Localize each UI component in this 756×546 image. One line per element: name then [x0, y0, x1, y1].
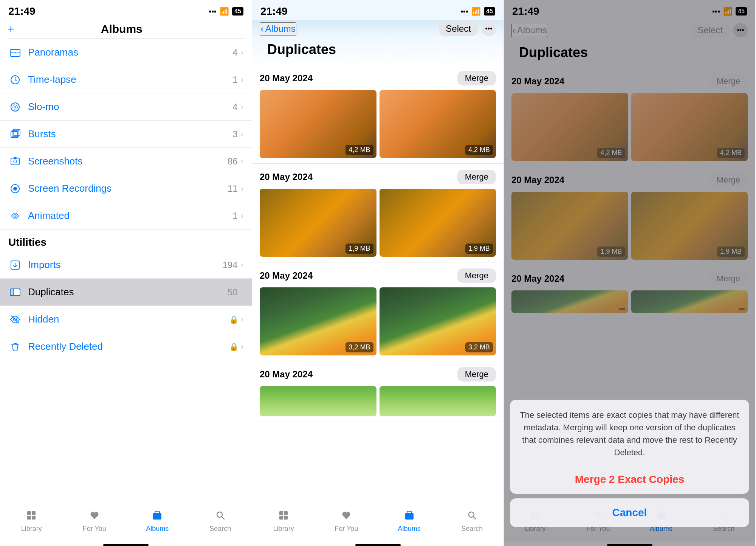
cancel-button[interactable]: Cancel	[510, 498, 749, 527]
screen-recordings-chevron: ›	[241, 184, 243, 194]
tab-library-1[interactable]: Library	[12, 510, 50, 533]
merge-button-3[interactable]: Merge	[457, 268, 496, 283]
duplicates-icon	[8, 287, 22, 298]
bursts-count: 3	[232, 129, 237, 140]
bursts-chevron: ›	[241, 129, 243, 139]
dup-date-1: 20 May 2024	[260, 73, 313, 84]
dup-photo-2a[interactable]: 1,9 MB	[260, 189, 376, 257]
merge-button-2[interactable]: Merge	[457, 170, 496, 184]
action-sheet: The selected items are exact copies that…	[504, 400, 755, 546]
hidden-lock-icon: 🔒	[229, 315, 239, 324]
signal-icon-2: ▪▪▪	[460, 7, 468, 16]
albums-icon-2	[404, 510, 415, 523]
dup-group-2: 20 May 2024 Merge 1,9 MB 1,9 MB	[252, 164, 503, 262]
dup-photos-1: 4,2 MB 4,2 MB	[260, 90, 496, 158]
status-bar-1: 21:49 ▪▪▪ 📶 45	[0, 0, 252, 20]
utilities-header: Utilities	[0, 230, 252, 251]
sidebar-item-imports[interactable]: Imports 194 ›	[0, 251, 252, 279]
albums-icon-1	[152, 510, 163, 523]
dup-photo-3b[interactable]: 3,2 MB	[380, 287, 496, 355]
library-icon-2	[278, 510, 289, 523]
imports-icon	[8, 259, 22, 271]
dup-photo-4a[interactable]	[260, 386, 376, 416]
timelapse-chevron: ›	[241, 75, 243, 85]
screenshots-icon	[8, 156, 22, 167]
dup-photos-4	[260, 386, 496, 416]
sidebar-item-hidden[interactable]: Hidden 🔒 ›	[0, 306, 252, 333]
merge-exact-copies-button[interactable]: Merge 2 Exact Copies	[510, 465, 749, 494]
imports-label: Imports	[28, 259, 223, 271]
tab-library-2[interactable]: Library	[265, 510, 302, 533]
sidebar-item-bursts[interactable]: Bursts 3 ›	[0, 121, 252, 148]
action-sheet-overlay: The selected items are exact copies that…	[504, 0, 755, 546]
tab-for-you-1[interactable]: For You	[76, 510, 113, 533]
tab-for-you-2[interactable]: For You	[327, 510, 365, 533]
library-icon-1	[26, 510, 37, 523]
wifi-icon-2: 📶	[471, 7, 481, 16]
select-button-2[interactable]: Select	[439, 21, 478, 36]
tab-for-you-label-2: For You	[335, 525, 358, 533]
sidebar-item-screenshots[interactable]: Screenshots 86 ›	[0, 148, 252, 175]
svg-rect-26	[279, 511, 283, 515]
tab-search-label-1: Search	[209, 525, 231, 533]
panorama-icon	[8, 47, 22, 58]
screen-recordings-label: Screen Recordings	[28, 183, 228, 194]
tab-albums-1[interactable]: Albums	[138, 510, 176, 533]
dup-photo-1b[interactable]: 4,2 MB	[380, 90, 496, 158]
panel-duplicates: 21:49 ▪▪▪ 📶 45 ‹ Albums Select ••• Dupli…	[252, 0, 503, 546]
duplicates-chevron: ›	[241, 287, 243, 297]
svg-line-32	[473, 517, 476, 520]
sidebar-item-animated[interactable]: Animated 1 ›	[0, 202, 252, 230]
more-button-2[interactable]: •••	[482, 22, 496, 36]
dup-photo-1a[interactable]: 4,2 MB	[260, 90, 376, 158]
nav-right-group-2: Select •••	[439, 21, 496, 36]
dup-photo-2b[interactable]: 1,9 MB	[380, 189, 496, 257]
albums-title: Albums	[101, 23, 143, 36]
svg-line-18	[11, 316, 19, 323]
add-album-button[interactable]: +	[8, 23, 14, 36]
svg-rect-30	[405, 513, 414, 520]
status-icons-2: ▪▪▪ 📶 45	[460, 7, 495, 16]
svg-rect-29	[284, 516, 288, 520]
sidebar-item-screen-recordings[interactable]: Screen Recordings 11 ›	[0, 175, 252, 202]
imports-count: 194	[223, 260, 238, 270]
tab-search-1[interactable]: Search	[201, 510, 239, 533]
dup-photo-size-2b: 1,9 MB	[465, 244, 493, 254]
back-button-2[interactable]: ‹ Albums	[260, 22, 296, 36]
merge-button-1[interactable]: Merge	[457, 71, 496, 85]
status-time-2: 21:49	[260, 5, 288, 17]
svg-rect-22	[32, 516, 36, 520]
nav-bar-albums: + Albums	[0, 20, 252, 39]
dup-date-2: 20 May 2024	[260, 172, 313, 182]
recently-deleted-chevron: ›	[241, 342, 243, 352]
timelapse-icon	[8, 74, 22, 85]
tab-bar-1: Library For You Albums	[0, 506, 252, 542]
search-icon-1	[215, 510, 226, 523]
sidebar-item-recently-deleted[interactable]: Recently Deleted 🔒 ›	[0, 333, 252, 360]
sidebar-item-panoramas[interactable]: Panoramas 4 ›	[0, 39, 252, 66]
home-indicator-2	[355, 544, 401, 546]
svg-rect-15	[13, 289, 20, 296]
panel-albums: 21:49 ▪▪▪ 📶 45 + Albums Panoramas 4 ›	[0, 0, 252, 546]
slomo-chevron: ›	[241, 102, 243, 112]
sidebar-item-slomo[interactable]: Slo-mo 4 ›	[0, 93, 252, 121]
dup-photo-3a[interactable]: 3,2 MB	[260, 287, 376, 355]
tab-bar-2: Library For You Albums	[252, 506, 503, 542]
sidebar-item-timelapse[interactable]: Time-lapse 1 ›	[0, 66, 252, 93]
recently-deleted-icon	[8, 341, 22, 352]
panel-duplicates-modal: 21:49 ▪▪▪ 📶 45 ‹ Albums Select ••• Dupli…	[503, 0, 755, 546]
panoramas-chevron: ›	[241, 48, 243, 57]
dup-group-4: 20 May 2024 Merge	[252, 361, 503, 422]
dup-photos-3: 3,2 MB 3,2 MB	[260, 287, 496, 355]
tab-search-2[interactable]: Search	[453, 510, 491, 533]
panoramas-label: Panoramas	[28, 47, 232, 58]
svg-line-25	[222, 517, 224, 520]
svg-rect-19	[27, 511, 31, 515]
merge-button-4[interactable]: Merge	[457, 367, 496, 382]
tab-albums-2[interactable]: Albums	[390, 510, 428, 533]
sidebar-item-duplicates[interactable]: Duplicates 50 ›	[0, 279, 252, 306]
dup-group-3: 20 May 2024 Merge 3,2 MB 3,2 MB	[252, 262, 503, 361]
dup-photo-4b[interactable]	[380, 386, 496, 416]
tab-search-label-2: Search	[461, 525, 483, 533]
panel-3-content: 21:49 ▪▪▪ 📶 45 ‹ Albums Select ••• Dupli…	[504, 0, 755, 546]
